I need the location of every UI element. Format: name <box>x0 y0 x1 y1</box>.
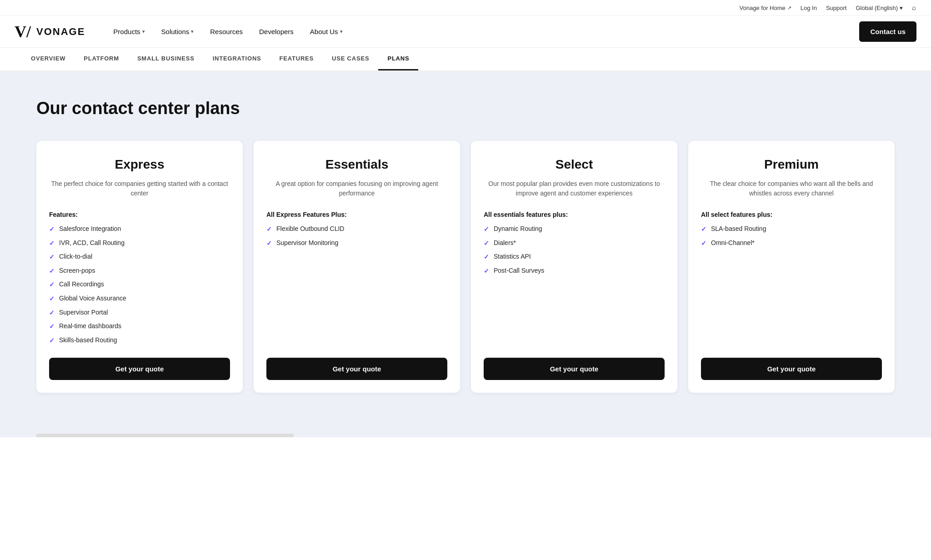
essentials-plan-desc: A great option for companies focusing on… <box>266 179 447 198</box>
search-button[interactable]: ⌕ <box>912 4 916 12</box>
express-feature-1: IVR, ACD, Call Routing <box>59 239 125 248</box>
contact-us-button[interactable]: Contact us <box>859 21 916 42</box>
check-icon: ✓ <box>266 225 272 234</box>
premium-plan-desc: The clear choice for companies who want … <box>701 179 882 198</box>
essentials-plan-name: Essentials <box>266 157 447 172</box>
about-us-label: About Us <box>310 28 338 35</box>
nav-products[interactable]: Products ▾ <box>107 24 151 39</box>
list-item: ✓SLA-based Routing <box>701 225 882 234</box>
vonage-home-label: Vonage for Home <box>740 5 786 11</box>
subnav-overview[interactable]: OVERVIEW <box>22 48 75 70</box>
vonage-home-link[interactable]: Vonage for Home ↗ <box>740 5 791 11</box>
express-feature-0: Salesforce Integration <box>59 225 121 234</box>
nav-developers[interactable]: Developers <box>253 24 300 39</box>
premium-feature-list: ✓SLA-based Routing ✓Omni-Channel* <box>701 225 882 345</box>
list-item: ✓Post-Call Surveys <box>484 266 665 276</box>
solutions-label: Solutions <box>161 28 190 35</box>
premium-plan-name: Premium <box>701 157 882 172</box>
essentials-features-label: All Express Features Plus: <box>266 211 447 218</box>
essentials-quote-button[interactable]: Get your quote <box>266 358 447 380</box>
express-quote-button[interactable]: Get your quote <box>49 358 230 380</box>
check-icon: ✓ <box>49 280 55 290</box>
solutions-chevron-icon: ▾ <box>191 29 194 35</box>
list-item: ✓Omni-Channel* <box>701 239 882 248</box>
list-item: ✓Call Recordings <box>49 280 230 290</box>
subnav-platform[interactable]: PLATFORM <box>75 48 128 70</box>
search-icon: ⌕ <box>912 4 916 11</box>
sub-navigation: OVERVIEW PLATFORM SMALL BUSINESS INTEGRA… <box>0 48 931 71</box>
page-title: Our contact center plans <box>36 99 895 118</box>
nav-links: Products ▾ Solutions ▾ Resources Develop… <box>107 24 859 39</box>
check-icon: ✓ <box>49 253 55 262</box>
check-icon: ✓ <box>49 295 55 304</box>
express-feature-4: Call Recordings <box>59 280 104 289</box>
select-plan-desc: Our most popular plan provides even more… <box>484 179 665 198</box>
select-quote-button[interactable]: Get your quote <box>484 358 665 380</box>
products-chevron-icon: ▾ <box>142 29 145 35</box>
express-plan-name: Express <box>49 157 230 172</box>
nav-resources[interactable]: Resources <box>204 24 249 39</box>
premium-features-label: All select features plus: <box>701 211 882 218</box>
svg-text:V/: V/ <box>15 23 31 39</box>
check-icon: ✓ <box>49 225 55 234</box>
global-language-selector[interactable]: Global (English) ▾ <box>856 5 903 11</box>
list-item: ✓Click-to-dial <box>49 252 230 262</box>
plan-essentials: Essentials A great option for companies … <box>254 141 460 393</box>
express-features-label: Features: <box>49 211 230 218</box>
subnav-small-business[interactable]: SMALL BUSINESS <box>128 48 204 70</box>
check-icon: ✓ <box>49 239 55 248</box>
scroll-hint-bar <box>36 434 294 437</box>
check-icon: ✓ <box>484 225 489 234</box>
check-icon: ✓ <box>484 253 489 262</box>
check-icon: ✓ <box>266 239 272 248</box>
check-icon: ✓ <box>701 239 706 248</box>
resources-label: Resources <box>210 28 243 35</box>
express-feature-6: Supervisor Portal <box>59 308 108 317</box>
login-link[interactable]: Log In <box>801 5 817 11</box>
select-feature-3: Post-Call Surveys <box>494 266 544 275</box>
list-item: ✓Dialers* <box>484 239 665 248</box>
list-item: ✓Skills-based Routing <box>49 336 230 345</box>
essentials-feature-list: ✓Flexible Outbound CLID ✓Supervisor Moni… <box>266 225 447 345</box>
express-feature-5: Global Voice Assurance <box>59 294 126 303</box>
plans-grid: Express The perfect choice for companies… <box>36 141 895 393</box>
express-plan-desc: The perfect choice for companies getting… <box>49 179 230 198</box>
list-item: ✓Real-time dashboards <box>49 322 230 331</box>
select-feature-0: Dynamic Routing <box>494 225 542 234</box>
premium-quote-button[interactable]: Get your quote <box>701 358 882 380</box>
support-link[interactable]: Support <box>826 5 847 11</box>
list-item: ✓Dynamic Routing <box>484 225 665 234</box>
check-icon: ✓ <box>484 239 489 248</box>
products-label: Products <box>113 28 140 35</box>
express-feature-2: Click-to-dial <box>59 252 92 261</box>
list-item: ✓Screen-pops <box>49 266 230 276</box>
express-feature-7: Real-time dashboards <box>59 322 121 331</box>
developers-label: Developers <box>259 28 294 35</box>
logo-v-mark: V/ <box>15 22 32 42</box>
premium-feature-1: Omni-Channel* <box>711 239 755 248</box>
check-icon: ✓ <box>701 225 706 234</box>
subnav-use-cases[interactable]: USE CASES <box>323 48 378 70</box>
essentials-feature-1: Supervisor Monitoring <box>276 239 338 248</box>
check-icon: ✓ <box>49 322 55 331</box>
subnav-features[interactable]: FEATURES <box>270 48 323 70</box>
list-item: ✓IVR, ACD, Call Routing <box>49 239 230 248</box>
select-features-label: All essentials features plus: <box>484 211 665 218</box>
subnav-integrations[interactable]: INTEGRATIONS <box>204 48 270 70</box>
main-navigation: V/ VONAGE Products ▾ Solutions ▾ Resourc… <box>0 16 931 48</box>
list-item: ✓Global Voice Assurance <box>49 294 230 304</box>
plans-section: Our contact center plans Express The per… <box>0 71 931 429</box>
select-feature-list: ✓Dynamic Routing ✓Dialers* ✓Statistics A… <box>484 225 665 345</box>
logo-wordmark: VONAGE <box>36 26 85 38</box>
logo-link[interactable]: V/ VONAGE <box>15 22 85 42</box>
plan-express: Express The perfect choice for companies… <box>36 141 243 393</box>
nav-solutions[interactable]: Solutions ▾ <box>155 24 200 39</box>
select-feature-2: Statistics API <box>494 252 531 261</box>
chevron-down-icon: ▾ <box>900 5 903 11</box>
nav-about-us[interactable]: About Us ▾ <box>304 24 349 39</box>
express-feature-3: Screen-pops <box>59 266 95 275</box>
check-icon: ✓ <box>49 336 55 345</box>
plan-premium: Premium The clear choice for companies w… <box>688 141 895 393</box>
list-item: ✓Supervisor Monitoring <box>266 239 447 248</box>
subnav-plans[interactable]: PLANS <box>378 48 418 70</box>
